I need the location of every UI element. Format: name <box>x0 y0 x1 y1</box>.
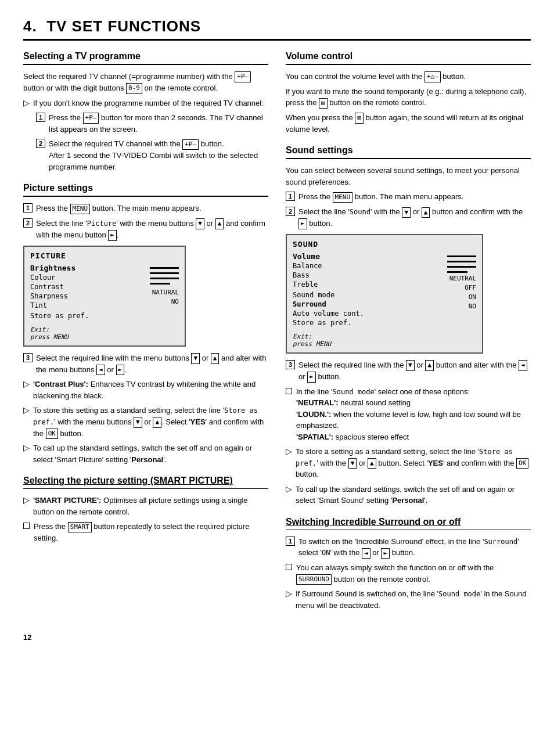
sound-item-balance: Balance <box>293 262 364 270</box>
contrast-bar <box>150 278 179 279</box>
sq-sound-mode: In the line 'Sound mode' select one of t… <box>286 386 531 443</box>
tip-smart-text: 'SMART PICTURE': Optimises all picture s… <box>33 495 268 517</box>
step-num-1: 1 <box>36 113 45 122</box>
step-2-text: Select the required TV channel with the … <box>49 138 268 172</box>
code-sound-mode2: Sound mode <box>438 590 480 598</box>
btn-ok-picture: OK <box>46 429 58 440</box>
neutral-label: NEUTRAL <box>447 275 476 282</box>
btn-down2-sound: ▼ <box>406 360 415 371</box>
sound-item-bass: Bass <box>293 271 364 279</box>
on-label: ON <box>447 293 476 301</box>
picture-step-2-text: Select the line 'Picture' with the menu … <box>36 218 268 241</box>
btn-up3-picture: ▲ <box>153 417 161 428</box>
btn-left2-sound: ◄ <box>519 360 527 371</box>
step-1-programme: 1 Press the +P– button for more than 2 s… <box>36 112 268 135</box>
btn-ok-sound: OK <box>516 458 528 469</box>
tip-store-sound-arrow: ▷ <box>286 447 292 456</box>
sound-step-num-2: 2 <box>286 207 295 216</box>
btn-pp-step2: +P– <box>182 139 199 150</box>
sound-step-1: 1 Press the MENU button. The main menu a… <box>286 191 531 203</box>
btn-menu-sound: MENU <box>333 192 353 203</box>
btn-up-picture: ▲ <box>215 218 224 229</box>
tip-std-text: To call up the standard settings, switch… <box>33 442 268 465</box>
section-smart-picture-title: Selecting the picture setting (SMART PIC… <box>23 476 268 486</box>
tip-dont-know-text: If you don't know the programme number o… <box>33 98 268 109</box>
tip-store-text: To store this setting as a standard sett… <box>33 405 268 439</box>
surround-step-1: 1 To switch on the 'Incredible Surround'… <box>286 536 531 559</box>
sound-step-2-text: Select the line 'Sound' with the ▼ or ▲ … <box>298 206 531 229</box>
treble-bar <box>447 271 467 273</box>
tip-surround-arrow: ▷ <box>286 589 292 598</box>
sound-menu-box: SOUND Volume Balance Bass Treble Sound m… <box>286 234 483 354</box>
menu-item-colour: Colour <box>30 273 89 282</box>
picture-menu-box: PICTURE Brightness Colour Contrast Sharp… <box>23 246 186 347</box>
tip-contrast-text: 'Contrast Plus': Enhances TV contrast by… <box>33 379 268 401</box>
sound-item-store: Store as pref. <box>293 319 364 327</box>
picture-step-2: 2 Select the line 'Picture' with the men… <box>23 218 268 241</box>
volume-para-3: When you press the ⊠ button again, the s… <box>286 112 531 135</box>
sq-surround-text: You can always simply switch the functio… <box>296 562 531 585</box>
section-sound-settings: Sound settings You can select between se… <box>286 145 531 506</box>
picture-step-1: 1 Press the MENU button. The main menu a… <box>23 203 268 214</box>
btn-down-picture: ▼ <box>196 218 204 229</box>
picture-step-3-text: Select the required line with the menu b… <box>36 352 268 376</box>
sq-smart-press: Press the SMART button repeatedly to sel… <box>23 521 268 543</box>
btn-09: 0-9 <box>126 83 142 94</box>
tip-std-arrow: ▷ <box>23 443 30 452</box>
btn-pp-main: +P– <box>235 71 251 82</box>
sound-item-volume: Volume <box>293 252 364 261</box>
tip-contrast-plus: ▷ 'Contrast Plus': Enhances TV contrast … <box>23 379 268 401</box>
sound-menu-title: SOUND <box>293 240 476 249</box>
picture-step-3: 3 Select the required line with the menu… <box>23 352 268 376</box>
picture-step-num-1: 1 <box>23 203 33 213</box>
tip-surround-text: If Surround Sound is switched on, the li… <box>296 588 531 611</box>
tip-standard-picture: ▷ To call up the standard settings, swit… <box>23 442 268 465</box>
tip-std-sound-arrow: ▷ <box>286 484 292 494</box>
code-on: ON <box>322 549 330 557</box>
sq-bullet-smart <box>23 523 30 529</box>
code-surround: Surround <box>484 538 517 546</box>
vol-bar <box>447 255 476 257</box>
section-tv-programme: Selecting a TV programme Select the requ… <box>23 51 268 172</box>
section-smart-picture: Selecting the picture setting (SMART PIC… <box>23 476 268 543</box>
menu-item-brightness: Brightness <box>30 264 89 272</box>
btn-up2-sound: ▲ <box>425 360 434 371</box>
btn-right2-picture: ► <box>116 365 125 376</box>
btn-up3-sound: ▲ <box>368 458 376 469</box>
code-sound: Sound <box>350 208 370 216</box>
btn-smart: SMART <box>68 522 92 533</box>
btn-up2-picture: ▲ <box>211 353 220 364</box>
menu-item-tint: Tint <box>30 301 89 309</box>
section-picture-settings: Picture settings 1 Press the MENU button… <box>23 183 268 465</box>
btn-down3-picture: ▼ <box>134 417 142 428</box>
sound-step-3: 3 Select the required line with the ▼ or… <box>286 359 531 383</box>
sq-sound-text: In the line 'Sound mode' select one of t… <box>296 386 531 443</box>
tip-std-sound-text: To call up the standard settings, switch… <box>296 484 531 506</box>
sound-step-2: 2 Select the line 'Sound' with the ▼ or … <box>286 206 531 229</box>
btn-down-sound: ▼ <box>402 207 411 218</box>
colour-bar <box>150 272 179 274</box>
menu-item-store: Store as pref. <box>30 312 89 320</box>
tip-surround-mode: ▷ If Surround Sound is switched on, the … <box>286 588 531 611</box>
right-column: Volume control You can control the volum… <box>286 51 531 621</box>
btn-menu-picture: MENU <box>70 204 91 215</box>
tip-store-arrow: ▷ <box>23 405 30 415</box>
picture-step-num-2: 2 <box>23 218 33 228</box>
sound-menu-items-left: Volume Balance Bass Treble Sound mode Su… <box>293 252 364 328</box>
picture-menu-bars: NATURAL NO <box>150 265 179 305</box>
step-num-2: 2 <box>36 139 45 148</box>
sq-bullet-sound <box>286 388 292 394</box>
section-surround-title: Switching Incredible Surround on or off <box>286 517 531 527</box>
tip-contrast-arrow: ▷ <box>23 379 30 388</box>
section-tv-programme-title: Selecting a TV programme <box>23 51 268 62</box>
tip-arrow-icon: ▷ <box>23 98 30 107</box>
volume-para-2: If you want to mute the sound temporaril… <box>286 86 531 109</box>
btn-vol: +△– <box>425 71 441 82</box>
sound-step-3-text: Select the required line with the ▼ or ▲… <box>298 359 531 383</box>
btn-surround: SURROUND <box>296 574 332 585</box>
section-volume: Volume control You can control the volum… <box>286 51 531 135</box>
surround-step-num-1: 1 <box>286 537 295 546</box>
section-surround: Switching Incredible Surround on or off … <box>286 517 531 611</box>
sound-step-num-1: 1 <box>286 192 295 201</box>
sound-item-surround: Surround <box>293 300 364 308</box>
